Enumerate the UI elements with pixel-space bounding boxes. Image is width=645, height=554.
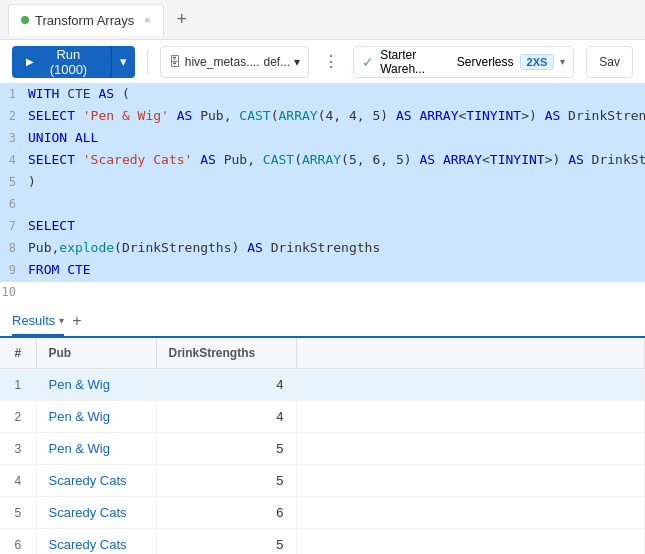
line-number: 9 xyxy=(0,260,28,280)
line-number: 6 xyxy=(0,194,28,214)
col-header-pub: Pub xyxy=(36,338,156,369)
code-editor[interactable]: 1WITH CTE AS (2SELECT 'Pen & Wig' AS Pub… xyxy=(0,84,645,304)
run-button-group: ▶ Run (1000) ▾ xyxy=(12,46,135,78)
cell-extra xyxy=(296,465,645,497)
tab-close-button[interactable]: × xyxy=(144,14,150,26)
cell-pub: Pen & Wig xyxy=(36,433,156,465)
line-content: ) xyxy=(28,172,645,193)
cell-drinkstrengths: 4 xyxy=(156,369,296,401)
line-number: 7 xyxy=(0,216,28,236)
chevron-down-icon: ▾ xyxy=(59,315,64,326)
line-content xyxy=(28,282,645,303)
line-number: 1 xyxy=(0,84,28,104)
cell-drinkstrengths: 5 xyxy=(156,529,296,555)
cell-row-num: 6 xyxy=(0,529,36,555)
database-selector[interactable]: 🗄 hive_metas.... def... ▾ xyxy=(160,46,309,78)
table-row: 1Pen & Wig4 xyxy=(0,369,645,401)
line-number: 3 xyxy=(0,128,28,148)
results-panel: # Pub DrinkStrengths 1Pen & Wig42Pen & W… xyxy=(0,338,645,554)
code-line: 6 xyxy=(0,194,645,216)
code-line: 4SELECT 'Scaredy Cats' AS Pub, CAST(ARRA… xyxy=(0,150,645,172)
chevron-down-icon: ▾ xyxy=(560,56,565,67)
warehouse-selector[interactable]: ✓ Starter Wareh... Serverless 2XS ▾ xyxy=(353,46,574,78)
table-row: 4Scaredy Cats5 xyxy=(0,465,645,497)
serverless-label: Serverless xyxy=(457,55,514,69)
cell-row-num: 2 xyxy=(0,401,36,433)
line-content: UNION ALL xyxy=(28,128,645,149)
cell-pub: Scaredy Cats xyxy=(36,497,156,529)
schema-name-label: def... xyxy=(263,55,290,69)
db-name-label: hive_metas.... xyxy=(185,55,260,69)
code-line: 3UNION ALL xyxy=(0,128,645,150)
code-line: 10 xyxy=(0,282,645,304)
results-bar: Results ▾ + xyxy=(0,304,645,338)
code-line: 9FROM CTE xyxy=(0,260,645,282)
cell-extra xyxy=(296,497,645,529)
line-number: 10 xyxy=(0,282,28,302)
line-number: 8 xyxy=(0,238,28,258)
warehouse-size-badge: 2XS xyxy=(520,54,555,70)
col-header-drinkstrengths: DrinkStrengths xyxy=(156,338,296,369)
tab-title: Transform Arrays xyxy=(35,13,134,28)
line-content: SELECT xyxy=(28,216,645,237)
cell-pub: Scaredy Cats xyxy=(36,465,156,497)
line-content: WITH CTE AS ( xyxy=(28,84,645,105)
line-number: 2 xyxy=(0,106,28,126)
line-content xyxy=(28,194,645,215)
cell-pub: Pen & Wig xyxy=(36,401,156,433)
line-content: FROM CTE xyxy=(28,260,645,281)
toolbar-separator-1 xyxy=(147,50,148,74)
tab-transform-arrays[interactable]: Transform Arrays × xyxy=(8,4,164,36)
code-line: 5) xyxy=(0,172,645,194)
chevron-down-icon: ▾ xyxy=(294,55,300,69)
save-button[interactable]: Sav xyxy=(586,46,633,78)
line-content: SELECT 'Pen & Wig' AS Pub, CAST(ARRAY(4,… xyxy=(28,106,645,127)
chevron-down-icon: ▾ xyxy=(120,54,127,69)
col-header-num: # xyxy=(0,338,36,369)
add-result-tab-button[interactable]: + xyxy=(72,312,81,336)
line-content: SELECT 'Scaredy Cats' AS Pub, CAST(ARRAY… xyxy=(28,150,645,171)
line-number: 5 xyxy=(0,172,28,192)
cell-pub: Scaredy Cats xyxy=(36,529,156,555)
line-content: Pub,explode(DrinkStrengths) AS DrinkStre… xyxy=(28,238,645,259)
cell-row-num: 5 xyxy=(0,497,36,529)
table-row: 2Pen & Wig4 xyxy=(0,401,645,433)
table-row: 6Scaredy Cats5 xyxy=(0,529,645,555)
cell-extra xyxy=(296,529,645,555)
new-tab-button[interactable]: + xyxy=(168,6,196,34)
warehouse-name-label: Starter Wareh... xyxy=(380,48,451,76)
code-line: 1WITH CTE AS ( xyxy=(0,84,645,106)
code-line: 8Pub,explode(DrinkStrengths) AS DrinkStr… xyxy=(0,238,645,260)
cell-drinkstrengths: 6 xyxy=(156,497,296,529)
cell-row-num: 3 xyxy=(0,433,36,465)
play-icon: ▶ xyxy=(26,56,34,67)
results-table: # Pub DrinkStrengths 1Pen & Wig42Pen & W… xyxy=(0,338,645,554)
code-line: 2SELECT 'Pen & Wig' AS Pub, CAST(ARRAY(4… xyxy=(0,106,645,128)
line-number: 4 xyxy=(0,150,28,170)
cell-row-num: 1 xyxy=(0,369,36,401)
code-line: 7SELECT xyxy=(0,216,645,238)
cell-drinkstrengths: 5 xyxy=(156,433,296,465)
warehouse-status-icon: ✓ xyxy=(362,54,374,70)
cell-pub: Pen & Wig xyxy=(36,369,156,401)
toolbar: ▶ Run (1000) ▾ 🗄 hive_metas.... def... ▾… xyxy=(0,40,645,84)
cell-drinkstrengths: 5 xyxy=(156,465,296,497)
run-button-label: Run (1000) xyxy=(40,47,97,77)
table-header-row: # Pub DrinkStrengths xyxy=(0,338,645,369)
database-icon: 🗄 xyxy=(169,55,181,69)
cell-extra xyxy=(296,433,645,465)
run-button[interactable]: ▶ Run (1000) xyxy=(12,46,111,78)
run-dropdown-button[interactable]: ▾ xyxy=(111,46,135,78)
cell-drinkstrengths: 4 xyxy=(156,401,296,433)
cell-extra xyxy=(296,369,645,401)
results-tab[interactable]: Results ▾ xyxy=(12,313,64,336)
more-options-button[interactable]: ⋮ xyxy=(317,48,345,75)
table-row: 5Scaredy Cats6 xyxy=(0,497,645,529)
results-tab-label: Results xyxy=(12,313,55,328)
cell-extra xyxy=(296,401,645,433)
cell-row-num: 4 xyxy=(0,465,36,497)
table-row: 3Pen & Wig5 xyxy=(0,433,645,465)
col-header-extra xyxy=(296,338,645,369)
tab-status-dot xyxy=(21,16,29,24)
tab-bar: Transform Arrays × + xyxy=(0,0,645,40)
